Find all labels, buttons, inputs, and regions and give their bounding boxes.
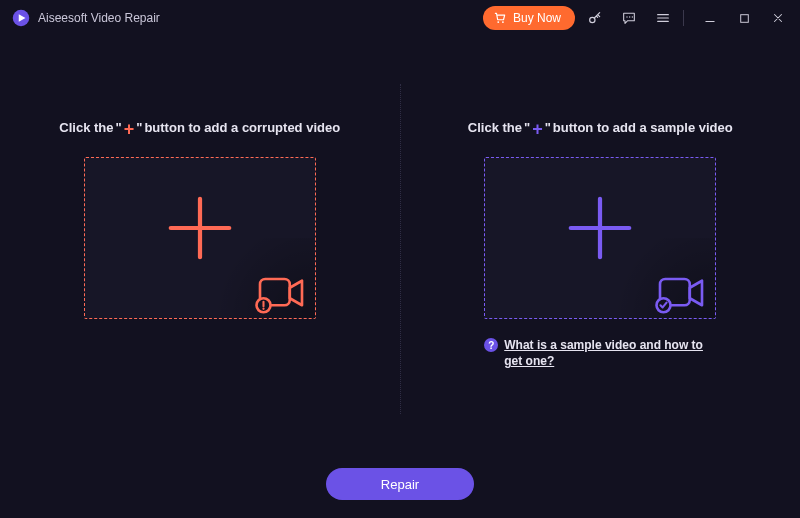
svg-point-2 (502, 21, 504, 23)
footer: Repair (0, 468, 800, 500)
app-title: Aiseesoft Video Repair (38, 11, 160, 25)
broken-video-icon (253, 272, 309, 314)
add-icon (161, 189, 239, 267)
key-icon (587, 10, 603, 26)
corrupted-title-pre: Click the (59, 120, 113, 135)
register-key-button[interactable] (581, 4, 609, 32)
sample-video-icon (653, 272, 709, 314)
add-corrupted-video-dropzone[interactable] (84, 157, 316, 319)
menu-icon (655, 10, 671, 26)
maximize-button[interactable] (730, 4, 758, 32)
svg-rect-7 (740, 14, 748, 22)
sample-panel-title: Click the " + " button to add a sample v… (468, 120, 733, 135)
sample-video-panel: Click the " + " button to add a sample v… (401, 36, 801, 466)
menu-button[interactable] (649, 4, 677, 32)
svg-point-10 (262, 308, 264, 310)
svg-point-5 (629, 16, 630, 17)
sample-help-link[interactable]: What is a sample video and how to get on… (504, 337, 716, 369)
repair-button-label: Repair (381, 477, 419, 492)
titlebar: Aiseesoft Video Repair Buy Now (0, 0, 800, 36)
app-logo-icon (12, 9, 30, 27)
corrupted-title-post: button to add a corrupted video (144, 120, 340, 135)
corrupted-panel-title: Click the " + " button to add a corrupte… (59, 120, 340, 135)
minimize-icon (703, 11, 717, 25)
sample-help-row: ? What is a sample video and how to get … (484, 337, 716, 369)
sample-title-post: button to add a sample video (553, 120, 733, 135)
help-icon: ? (484, 338, 498, 352)
sample-title-pre: Click the (468, 120, 522, 135)
svg-point-4 (626, 16, 627, 17)
minimize-button[interactable] (696, 4, 724, 32)
add-sample-video-dropzone[interactable] (484, 157, 716, 319)
maximize-icon (738, 12, 751, 25)
close-button[interactable] (764, 4, 792, 32)
corrupted-video-panel: Click the " + " button to add a corrupte… (0, 36, 400, 466)
svg-point-6 (632, 16, 633, 17)
chat-icon (621, 10, 637, 26)
buy-now-label: Buy Now (513, 11, 561, 25)
titlebar-separator (683, 10, 684, 26)
svg-point-1 (497, 21, 499, 23)
main-area: Click the " + " button to add a corrupte… (0, 36, 800, 466)
cart-icon (493, 11, 507, 25)
feedback-button[interactable] (615, 4, 643, 32)
buy-now-button[interactable]: Buy Now (483, 6, 575, 30)
repair-button[interactable]: Repair (326, 468, 474, 500)
close-icon (771, 11, 785, 25)
add-icon (561, 189, 639, 267)
